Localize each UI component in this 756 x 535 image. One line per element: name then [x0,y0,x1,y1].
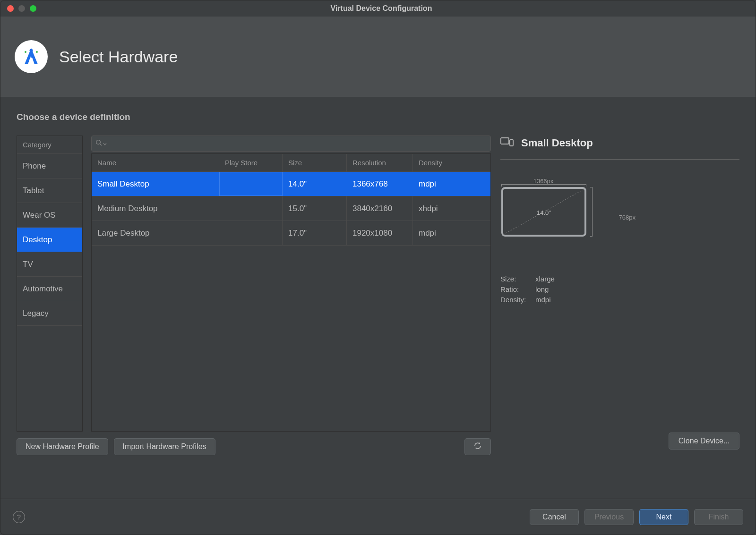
content: Choose a device definition Category Phon… [0,97,756,499]
device-table-wrap: Name Play Store Size Resolution Density … [91,136,491,432]
device-row[interactable]: Small Desktop14.0"1366x768mdpi [92,172,490,196]
svg-point-4 [96,140,101,144]
cell-resolution: 1366x768 [347,172,413,196]
svg-line-5 [100,144,102,145]
cancel-button[interactable]: Cancel [530,509,579,525]
cell-size: 17.0" [283,221,347,245]
prop-size-label: Size: [500,274,533,284]
chevron-down-icon [103,139,107,148]
right-column: Small Desktop 1366px 768px 14.0" Size: [500,136,739,455]
cell-play-store [219,196,283,221]
footer: ? Cancel Previous Next Finish [0,499,756,535]
svg-point-3 [25,51,26,53]
cell-density: mdpi [413,172,490,196]
main-row: Category PhoneTabletWear OSDesktopTVAuto… [17,136,739,455]
preview-height-label: 768px [619,179,636,255]
search-bar[interactable] [91,136,491,152]
table-area: Category PhoneTabletWear OSDesktopTVAuto… [17,136,491,432]
svg-rect-1 [31,49,32,58]
devices-icon [500,136,514,150]
prop-ratio-label: Ratio: [500,284,533,295]
col-resolution[interactable]: Resolution [347,154,413,171]
preview-diagonal-label: 14.0" [503,209,584,216]
category-item-tablet[interactable]: Tablet [17,178,82,203]
category-item-wear-os[interactable]: Wear OS [17,203,82,228]
cell-name: Medium Desktop [92,196,219,221]
prop-density-value: mdpi [535,295,551,305]
preview-height-bracket [590,187,593,237]
category-item-phone[interactable]: Phone [17,154,82,178]
search-input[interactable] [107,140,487,148]
close-window-button[interactable] [7,5,14,12]
finish-button[interactable]: Finish [694,509,743,525]
header: Select Hardware [0,17,756,97]
prop-density-label: Density: [500,295,533,305]
clone-row: Clone Device... [17,433,739,450]
preview-properties: Size: xlarge Ratio: long Density: mdpi [500,274,739,305]
svg-rect-6 [501,138,509,144]
search-icon [95,139,102,148]
cell-play-store [219,172,283,196]
category-header: Category [17,136,82,154]
cell-play-store [219,221,283,245]
cell-size: 15.0" [283,196,347,221]
preview-screen-rect: 14.0" [501,187,586,237]
svg-point-2 [36,51,38,53]
col-size[interactable]: Size [283,154,347,171]
section-subtitle: Choose a device definition [17,112,739,122]
titlebar: Virtual Device Configuration [0,0,756,17]
cell-density: xhdpi [413,196,490,221]
help-icon: ? [17,513,21,521]
device-preview: 1366px 768px 14.0" [500,179,609,255]
help-button[interactable]: ? [13,511,25,523]
device-row[interactable]: Medium Desktop15.0"3840x2160xhdpi [92,196,490,221]
device-row[interactable]: Large Desktop17.0"1920x1080mdpi [92,221,490,246]
previous-button[interactable]: Previous [584,509,634,525]
android-studio-logo-icon [15,40,48,73]
cell-resolution: 1920x1080 [347,221,413,245]
preview-width-label: 1366px [500,178,586,185]
cell-name: Small Desktop [92,172,219,196]
device-table: Name Play Store Size Resolution Density … [91,153,491,432]
cell-density: mdpi [413,221,490,245]
svg-rect-7 [510,140,513,146]
category-item-tv[interactable]: TV [17,252,82,277]
next-button[interactable]: Next [639,509,688,525]
category-item-legacy[interactable]: Legacy [17,301,82,326]
fullscreen-window-button[interactable] [30,5,36,12]
page-title: Select Hardware [59,48,178,66]
col-density[interactable]: Density [413,154,490,171]
preview-width-bracket [501,184,586,187]
category-item-automotive[interactable]: Automotive [17,277,82,301]
category-list: Category PhoneTabletWear OSDesktopTVAuto… [17,136,83,432]
cell-resolution: 3840x2160 [347,196,413,221]
left-column: Category PhoneTabletWear OSDesktopTVAuto… [17,136,491,455]
window-title: Virtual Device Configuration [36,4,726,13]
preview-header: Small Desktop [500,136,739,160]
cell-name: Large Desktop [92,221,219,245]
window: Virtual Device Configuration Select Hard… [0,0,756,535]
window-controls [7,5,36,12]
col-name[interactable]: Name [92,154,219,171]
clone-device-button[interactable]: Clone Device... [669,433,739,450]
col-play-store[interactable]: Play Store [219,154,283,171]
device-table-header: Name Play Store Size Resolution Density [92,154,490,172]
cell-size: 14.0" [283,172,347,196]
preview-device-name: Small Desktop [521,137,593,149]
category-item-desktop[interactable]: Desktop [17,228,82,252]
minimize-window-button[interactable] [18,5,25,12]
prop-size-value: xlarge [535,274,555,284]
prop-ratio-value: long [535,284,549,295]
